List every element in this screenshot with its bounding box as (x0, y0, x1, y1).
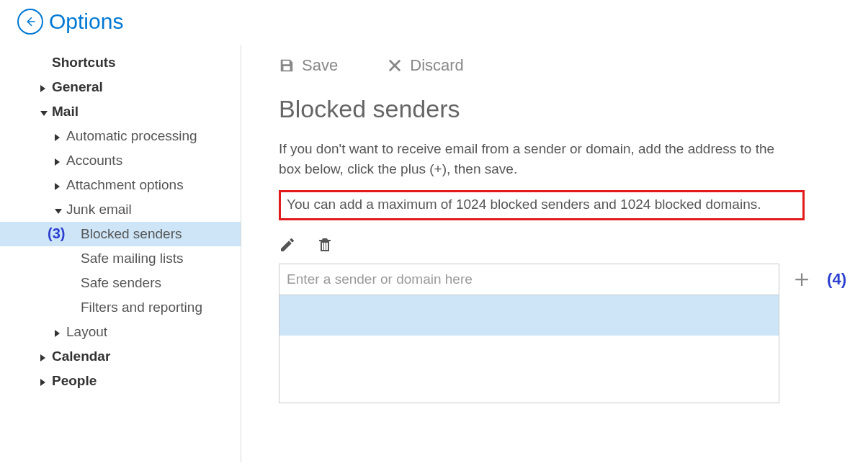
caret-right-icon (40, 379, 45, 386)
caret-down-icon (40, 111, 48, 116)
nav-calendar-label: Calendar (52, 349, 110, 364)
options-title: Options (49, 9, 123, 34)
save-button[interactable]: Save (279, 56, 338, 75)
list-row-selected[interactable] (279, 295, 779, 336)
nav-automatic-processing[interactable]: Automatic processing (0, 124, 241, 148)
blocked-sender-list[interactable] (279, 295, 779, 403)
nav-safe-mailing-lists[interactable]: Safe mailing lists (0, 246, 241, 271)
caret-right-icon (55, 183, 60, 190)
caret-right-icon (55, 134, 60, 141)
nav-filters-and-reporting-label: Filters and reporting (81, 300, 202, 315)
limit-notice: You can add a maximum of 1024 blocked se… (279, 190, 805, 220)
sender-input[interactable] (279, 264, 779, 295)
nav-mail[interactable]: Mail (0, 99, 241, 124)
nav-accounts[interactable]: Accounts (0, 148, 241, 173)
nav-attachment-options-label: Attachment options (66, 177, 184, 192)
nav-safe-senders[interactable]: Safe senders (0, 271, 241, 295)
sidebar-nav: Shortcuts General Mail Automatic process… (0, 45, 241, 462)
nav-junk-email[interactable]: Junk email (0, 197, 241, 222)
caret-right-icon (40, 354, 45, 362)
caret-right-icon (55, 330, 60, 337)
nav-safe-mailing-lists-label: Safe mailing lists (81, 251, 184, 266)
page-description: If you don't want to receive email from … (279, 139, 797, 179)
discard-button[interactable]: Discard (387, 56, 464, 75)
list-action-bar (279, 236, 846, 253)
nav-layout-label: Layout (66, 324, 107, 339)
discard-label: Discard (410, 56, 464, 75)
save-label: Save (302, 56, 338, 75)
toolbar: Save Discard (279, 56, 846, 91)
add-button[interactable]: ＋ (789, 266, 814, 293)
content-pane: Save Discard Blocked senders If you don'… (241, 45, 868, 462)
discard-icon (387, 58, 403, 73)
caret-right-icon (55, 158, 60, 166)
header-bar: Options (0, 0, 868, 45)
nav-calendar[interactable]: Calendar (0, 344, 241, 369)
nav-blocked-senders-label: Blocked senders (81, 226, 182, 241)
nav-attachment-options[interactable]: Attachment options (0, 173, 241, 197)
back-button[interactable] (17, 9, 43, 35)
nav-shortcuts[interactable]: Shortcuts (0, 50, 241, 75)
annotation-4: (4) (827, 270, 846, 289)
edit-icon[interactable] (279, 236, 296, 253)
nav-people[interactable]: People (0, 369, 241, 393)
nav-shortcuts-label: Shortcuts (52, 55, 116, 70)
nav-automatic-processing-label: Automatic processing (66, 128, 197, 143)
nav-mail-label: Mail (52, 104, 79, 119)
add-sender-row: ＋ (4) (279, 264, 846, 295)
nav-blocked-senders[interactable]: (3) Blocked senders (0, 222, 241, 246)
nav-people-label: People (52, 373, 97, 388)
nav-layout[interactable]: Layout (0, 320, 241, 344)
nav-safe-senders-label: Safe senders (81, 275, 161, 290)
caret-right-icon (40, 85, 45, 92)
page-title: Blocked senders (279, 95, 846, 123)
nav-general[interactable]: General (0, 75, 241, 99)
nav-accounts-label: Accounts (66, 153, 122, 168)
nav-general-label: General (52, 79, 103, 94)
nav-junk-email-label: Junk email (66, 202, 132, 217)
annotation-3: (3) (48, 225, 65, 242)
nav-filters-and-reporting[interactable]: Filters and reporting (0, 295, 241, 320)
caret-down-icon (55, 209, 62, 214)
delete-icon[interactable] (316, 236, 334, 253)
save-icon (279, 58, 295, 73)
back-arrow-icon (24, 15, 37, 28)
